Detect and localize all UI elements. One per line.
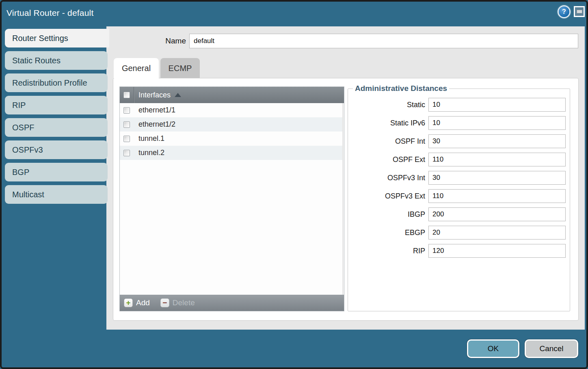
title-bar: Virtual Router - default ? [0,0,588,26]
interfaces-table-body: ethernet1/1 ethernet1/2 tunnel.1 tunnel.… [120,103,344,295]
sort-ascending-icon[interactable] [175,93,181,97]
window-restore-icon[interactable] [574,6,585,17]
ospfv3-ext-input[interactable] [428,189,566,203]
table-row[interactable]: ethernet1/1 [120,103,344,117]
static-ipv6-input[interactable] [428,116,566,130]
sidebar-item-multicast[interactable]: Multicast [5,185,108,204]
interfaces-table: Interfaces ethernet1/1 ethernet1/2 tunne… [119,86,344,311]
sidebar-item-rip[interactable]: RIP [5,96,108,114]
name-input[interactable] [189,34,578,48]
ospf-int-input[interactable] [428,134,566,148]
virtual-router-dialog: Virtual Router - default ? Router Settin… [0,0,588,369]
ospf-int-label: OSPF Int [351,137,425,146]
help-glyph: ? [562,8,566,15]
interface-name: ethernet1/1 [138,106,175,114]
tab-ecmp[interactable]: ECMP [160,58,200,78]
table-footer-toolbar: + Add − Delete [120,295,344,311]
table-scrollbar[interactable] [342,103,344,295]
table-row[interactable]: tunnel.2 [120,146,344,160]
add-plus-icon: + [124,298,133,307]
delete-minus-icon: − [160,298,169,307]
row-checkbox[interactable] [123,107,130,114]
general-tab-panel: Interfaces ethernet1/1 ethernet1/2 tunne… [113,78,579,321]
sidebar-item-bgp[interactable]: BGP [5,163,108,181]
ospfv3-ext-label: OSPFv3 Ext [351,192,425,201]
static-ipv6-label: Static IPv6 [351,119,425,127]
field-row: EBGP [351,226,566,240]
ospfv3-int-input[interactable] [428,171,566,185]
interfaces-column-header[interactable]: Interfaces [120,87,344,103]
ebgp-label: EBGP [351,229,425,237]
add-button-label: Add [136,298,150,307]
static-input[interactable] [428,98,566,112]
field-row: OSPF Int [351,134,566,148]
interface-name: tunnel.2 [138,149,164,157]
field-row: IBGP [351,207,566,221]
sidebar-item-router-settings[interactable]: Router Settings [5,29,109,47]
interface-name: tunnel.1 [138,134,164,143]
ibgp-label: IBGP [351,210,425,219]
sidebar-item-static-routes[interactable]: Static Routes [5,51,108,70]
administrative-distances-title: Administrative Distances [353,84,449,93]
static-label: Static [351,101,425,109]
row-checkbox[interactable] [123,136,130,142]
field-row: OSPFv3 Int [351,171,566,185]
sidebar-item-ospfv3[interactable]: OSPFv3 [5,140,108,159]
tab-general[interactable]: General [114,58,159,78]
rip-label: RIP [351,247,425,255]
ospf-ext-input[interactable] [428,153,566,166]
administrative-distances-group: Administrative Distances Static Static I… [348,84,570,311]
interfaces-header-label: Interfaces [138,91,171,99]
delete-button-label: Delete [173,298,195,307]
sidebar-item-redistribution-profile[interactable]: Redistribution Profile [5,73,108,92]
header-column-divider [134,87,134,103]
ebgp-input[interactable] [428,226,566,240]
field-row: Static [351,98,566,112]
ibgp-input[interactable] [428,207,566,221]
select-all-checkbox[interactable] [123,92,130,98]
field-row: OSPF Ext [351,153,566,166]
sidebar-nav: Router Settings Static Routes Redistribu… [5,29,108,204]
field-row: RIP [351,244,566,258]
delete-button[interactable]: − Delete [150,298,195,307]
sidebar-item-ospf[interactable]: OSPF [5,118,108,137]
row-checkbox[interactable] [123,150,130,156]
field-row: OSPFv3 Ext [351,189,566,203]
table-row[interactable]: tunnel.1 [120,132,344,146]
help-icon[interactable]: ? [559,6,569,17]
window-restore-glyph [577,10,582,13]
rip-input[interactable] [428,244,566,258]
ospf-ext-label: OSPF Ext [351,155,425,164]
cancel-button[interactable]: Cancel [525,339,578,358]
dialog-title: Virtual Router - default [6,0,94,26]
ospfv3-int-label: OSPFv3 Int [351,174,425,182]
table-row[interactable]: ethernet1/2 [120,117,344,132]
row-checkbox[interactable] [123,121,130,128]
name-label: Name [149,34,186,48]
field-row: Static IPv6 [351,116,566,130]
add-button[interactable]: + Add [120,298,150,307]
interface-name: ethernet1/2 [138,120,175,129]
ok-button[interactable]: OK [467,339,519,358]
